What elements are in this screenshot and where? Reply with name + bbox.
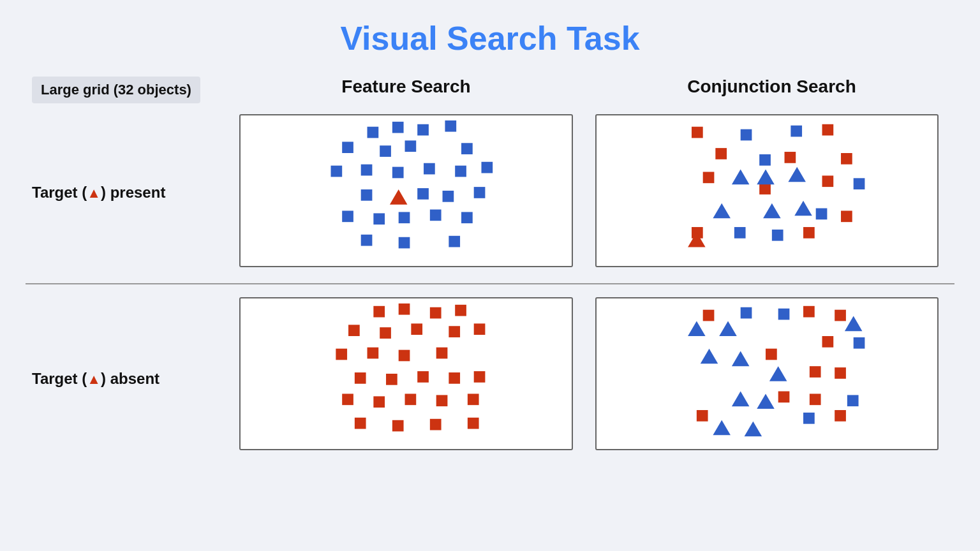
svg-rect-53 — [399, 304, 410, 315]
svg-rect-68 — [449, 372, 460, 384]
svg-marker-45 — [732, 170, 750, 185]
svg-marker-48 — [713, 203, 731, 219]
svg-rect-29 — [715, 148, 727, 159]
svg-rect-16 — [417, 188, 429, 200]
svg-rect-70 — [342, 393, 353, 405]
svg-marker-99 — [732, 351, 750, 367]
svg-rect-1 — [392, 122, 404, 133]
svg-rect-54 — [430, 307, 442, 319]
svg-rect-82 — [822, 336, 834, 348]
svg-rect-58 — [411, 323, 422, 335]
svg-rect-11 — [424, 163, 435, 175]
svg-marker-104 — [745, 422, 762, 437]
svg-rect-89 — [835, 410, 846, 422]
svg-rect-52 — [373, 306, 385, 318]
svg-rect-64 — [436, 348, 448, 359]
svg-rect-65 — [355, 372, 366, 384]
svg-rect-79 — [703, 310, 715, 321]
svg-rect-63 — [399, 350, 410, 362]
svg-rect-2 — [417, 124, 429, 136]
conjunction-search-header: Conjunction Search — [687, 77, 856, 96]
svg-rect-35 — [841, 210, 852, 222]
svg-rect-72 — [405, 393, 417, 405]
svg-marker-95 — [688, 321, 706, 336]
svg-rect-73 — [436, 395, 448, 406]
svg-rect-33 — [759, 183, 771, 195]
svg-rect-57 — [380, 327, 391, 339]
svg-rect-31 — [841, 153, 852, 165]
svg-rect-39 — [791, 126, 802, 137]
svg-rect-25 — [399, 237, 410, 249]
svg-marker-97 — [845, 316, 863, 332]
svg-rect-74 — [468, 393, 479, 405]
svg-rect-71 — [373, 396, 385, 408]
svg-rect-22 — [430, 210, 442, 221]
svg-rect-40 — [759, 154, 771, 166]
svg-rect-23 — [461, 212, 473, 223]
svg-rect-26 — [449, 236, 460, 247]
svg-marker-100 — [769, 366, 787, 381]
svg-marker-102 — [757, 393, 775, 409]
svg-rect-27 — [692, 127, 703, 138]
svg-rect-13 — [482, 162, 493, 173]
svg-rect-17 — [443, 191, 454, 202]
svg-rect-5 — [380, 145, 391, 157]
svg-rect-0 — [368, 127, 379, 138]
svg-rect-43 — [734, 227, 746, 239]
svg-rect-30 — [785, 152, 796, 163]
svg-rect-59 — [449, 326, 460, 337]
svg-rect-60 — [474, 323, 486, 335]
svg-rect-69 — [474, 371, 486, 383]
svg-rect-28 — [822, 124, 834, 136]
feature-present-box — [239, 114, 573, 267]
svg-rect-41 — [816, 209, 828, 220]
svg-rect-81 — [835, 310, 846, 321]
row-divider — [26, 283, 954, 284]
svg-rect-21 — [399, 212, 410, 223]
svg-rect-4 — [342, 142, 353, 153]
svg-marker-14 — [390, 189, 408, 205]
svg-rect-83 — [766, 349, 777, 360]
svg-marker-98 — [701, 349, 718, 364]
svg-rect-3 — [445, 121, 456, 132]
svg-rect-75 — [355, 418, 366, 429]
svg-marker-47 — [788, 167, 806, 182]
svg-rect-87 — [810, 393, 821, 405]
svg-marker-101 — [732, 392, 750, 407]
svg-rect-18 — [474, 187, 486, 198]
page-title: Visual Search Task — [340, 19, 639, 57]
svg-rect-34 — [822, 175, 834, 187]
conjunction-present-box — [595, 114, 939, 267]
svg-rect-86 — [778, 392, 790, 403]
svg-rect-85 — [835, 367, 846, 379]
svg-rect-56 — [348, 325, 360, 336]
svg-rect-92 — [854, 337, 865, 349]
target-present-label: Target (▲) present — [32, 184, 165, 202]
svg-rect-12 — [455, 166, 466, 177]
svg-rect-24 — [361, 235, 373, 246]
target-absent-label: Target (▲) absent — [32, 370, 160, 388]
svg-rect-15 — [361, 189, 373, 201]
conjunction-absent-box — [595, 297, 939, 450]
svg-rect-80 — [803, 306, 815, 318]
svg-rect-37 — [803, 227, 815, 239]
svg-rect-76 — [392, 420, 404, 432]
svg-rect-93 — [847, 395, 859, 406]
svg-rect-32 — [703, 172, 715, 184]
svg-rect-88 — [697, 410, 708, 422]
svg-rect-10 — [392, 167, 404, 179]
svg-rect-9 — [361, 165, 373, 176]
svg-rect-19 — [342, 210, 353, 222]
svg-rect-62 — [368, 348, 379, 359]
svg-marker-96 — [719, 321, 737, 336]
svg-rect-90 — [741, 307, 752, 319]
svg-rect-42 — [854, 178, 865, 189]
svg-rect-55 — [455, 305, 466, 316]
svg-marker-103 — [713, 420, 731, 436]
svg-rect-78 — [468, 418, 479, 429]
svg-rect-6 — [405, 140, 417, 152]
svg-rect-94 — [803, 413, 815, 424]
svg-marker-50 — [794, 201, 812, 216]
feature-absent-box — [239, 297, 573, 450]
large-grid-label: Large grid (32 objects) — [32, 77, 200, 103]
